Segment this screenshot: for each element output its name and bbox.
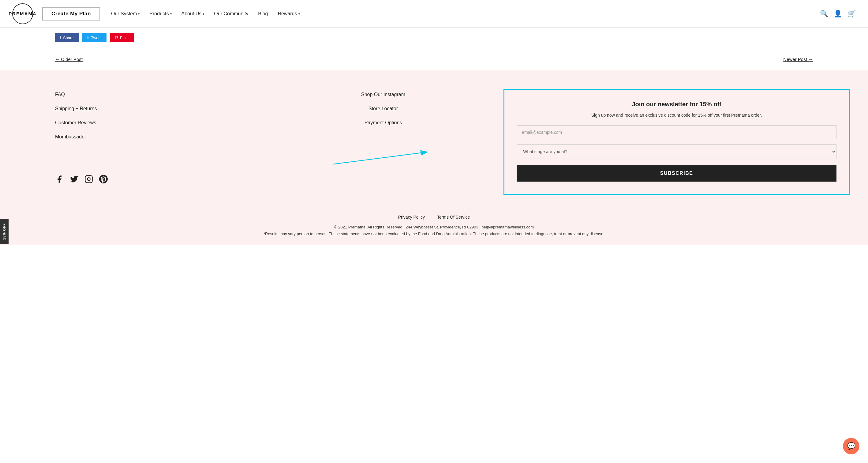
newsletter-title: Join our newsletter for 15% off xyxy=(517,101,836,108)
logo-circle: PREMAMA xyxy=(12,3,33,24)
newsletter-desc: Sign up now and receive an exclusive dis… xyxy=(517,112,836,118)
chevron-down-icon: ▾ xyxy=(299,12,300,16)
privacy-policy-link[interactable]: Privacy Policy xyxy=(398,215,425,220)
footer-link-faq[interactable]: FAQ xyxy=(55,92,65,97)
svg-rect-0 xyxy=(85,175,92,182)
subscribe-button[interactable]: SUBSCRIBE xyxy=(517,165,836,181)
terms-of-service-link[interactable]: Terms Of Service xyxy=(437,215,470,220)
newsletter-box: Join our newsletter for 15% off Sign up … xyxy=(503,89,850,195)
footer-link-store-locator[interactable]: Store Locator xyxy=(369,106,398,112)
nav-item-our-system[interactable]: Our System ▾ xyxy=(107,8,143,19)
chevron-down-icon: ▾ xyxy=(170,12,172,16)
share-facebook-button[interactable]: f Share xyxy=(55,33,79,42)
pin-label: Pin it xyxy=(120,35,129,40)
search-icon[interactable]: 🔍 xyxy=(820,10,828,18)
pinterest-social-icon[interactable] xyxy=(99,175,108,185)
footer-main: FAQ Shipping + Returns Customer Reviews … xyxy=(18,89,850,207)
main-nav: Our System ▾ Products ▾ About Us ▾ Our C… xyxy=(107,8,820,19)
side-badge[interactable]: 15% OFF xyxy=(0,219,8,244)
tweet-label: Tweet xyxy=(91,35,102,40)
footer-bottom: Privacy Policy Terms Of Service © 2021 P… xyxy=(18,207,850,245)
disclaimer-text: *Results may vary person to person. Thes… xyxy=(31,231,837,237)
social-icons xyxy=(37,175,108,195)
footer-link-shipping[interactable]: Shipping + Returns xyxy=(55,106,97,112)
nav-item-rewards[interactable]: Rewards ▾ xyxy=(274,8,303,19)
header: PREMAMA Create My Plan Our System ▾ Prod… xyxy=(0,0,868,28)
instagram-social-icon[interactable] xyxy=(85,175,93,185)
nav-item-about-us[interactable]: About Us ▾ xyxy=(178,8,208,19)
footer-link-payment[interactable]: Payment Options xyxy=(365,120,402,125)
nav-item-products[interactable]: Products ▾ xyxy=(146,8,175,19)
footer-link-instagram[interactable]: Shop Our Instagram xyxy=(361,92,405,97)
footer-bottom-links: Privacy Policy Terms Of Service xyxy=(31,215,837,220)
footer-right: Shop Our Instagram Store Locator Payment… xyxy=(269,89,850,195)
share-twitter-button[interactable]: 𝕥 Tweet xyxy=(82,33,107,42)
twitter-icon: 𝕥 xyxy=(87,35,89,40)
side-badge-label: 15% OFF xyxy=(2,223,6,240)
footer-section: FAQ Shipping + Returns Customer Reviews … xyxy=(0,70,868,245)
logo-link[interactable]: PREMAMA xyxy=(12,3,33,24)
share-bar: f Share 𝕥 Tweet P Pin it xyxy=(0,28,868,48)
footer-copyright: © 2021 Premama. All Rights Reserved | 24… xyxy=(31,224,837,237)
create-plan-button[interactable]: Create My Plan xyxy=(42,7,100,21)
footer-links-col1: FAQ Shipping + Returns Customer Reviews … xyxy=(37,89,97,166)
header-icons: 🔍 👤 🛒 xyxy=(820,10,856,18)
nav-item-our-community[interactable]: Our Community xyxy=(210,8,252,19)
share-pinterest-button[interactable]: P Pin it xyxy=(110,33,133,42)
post-nav: ← Older Post Newer Post → xyxy=(0,48,868,70)
email-input[interactable] xyxy=(517,125,836,139)
chevron-down-icon: ▾ xyxy=(138,12,140,16)
twitter-social-icon[interactable] xyxy=(70,175,79,185)
account-icon[interactable]: 👤 xyxy=(834,10,842,18)
older-post-link[interactable]: ← Older Post xyxy=(55,57,83,62)
stage-select[interactable]: What stage are you at? Trying to Conceiv… xyxy=(517,144,836,159)
pinterest-icon: P xyxy=(115,35,118,40)
copyright-text: © 2021 Premama. All Rights Reserved | 24… xyxy=(31,224,837,231)
footer-link-reviews[interactable]: Customer Reviews xyxy=(55,120,96,125)
share-label: Share xyxy=(63,35,74,40)
cart-icon[interactable]: 🛒 xyxy=(847,10,856,18)
facebook-social-icon[interactable] xyxy=(55,175,64,185)
facebook-icon: f xyxy=(60,35,61,40)
chevron-down-icon: ▾ xyxy=(203,12,204,16)
nav-item-blog[interactable]: Blog xyxy=(254,8,272,19)
footer-link-mombassador[interactable]: Mombassador xyxy=(55,134,86,140)
logo-text: PREMAMA xyxy=(8,11,37,16)
newer-post-link[interactable]: Newer Post → xyxy=(783,57,813,62)
footer-links-col2: Shop Our Instagram Store Locator Payment… xyxy=(269,89,503,195)
